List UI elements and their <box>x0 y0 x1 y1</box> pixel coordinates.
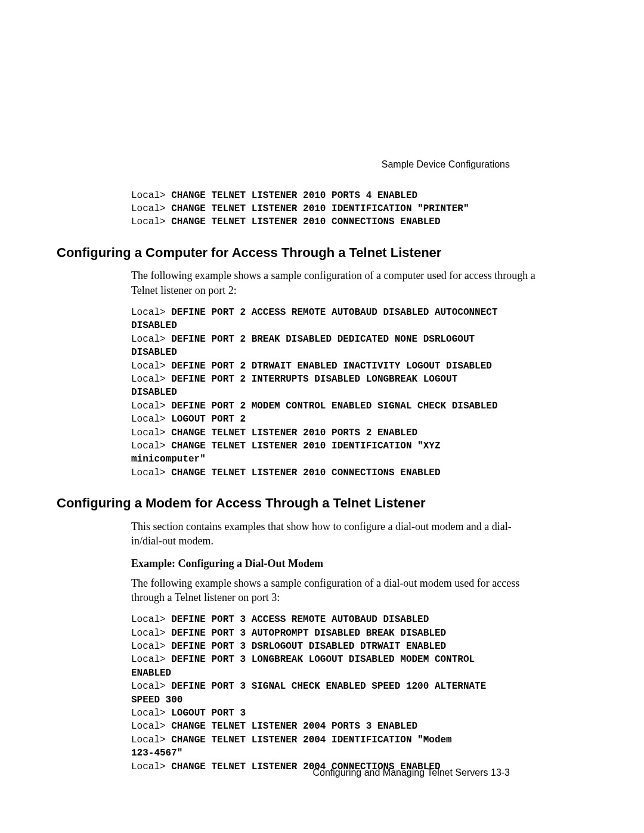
prompt: Local> <box>131 654 171 665</box>
cmd: DEFINE PORT 3 SIGNAL CHECK ENABLED SPEED… <box>171 681 486 692</box>
cmd: DISABLED <box>131 387 177 398</box>
cmd: DISABLED <box>131 347 177 358</box>
cmd: CHANGE TELNET LISTENER 2004 IDENTIFICATI… <box>171 735 451 745</box>
cmd: minicomputer" <box>131 454 206 465</box>
section2-subintro: The following example shows a sample con… <box>57 576 572 605</box>
prompt: Local> <box>131 761 171 772</box>
prompt: Local> <box>131 334 171 345</box>
cmd: DEFINE PORT 2 DTRWAIT ENABLED INACTIVITY… <box>171 361 492 371</box>
cmd: DEFINE PORT 2 INTERRUPTS DISABLED LONGBR… <box>171 374 457 385</box>
prompt: Local> <box>131 414 171 425</box>
cmd: CHANGE TELNET LISTENER 2010 IDENTIFICATI… <box>171 203 469 214</box>
page: Sample Device Configurations Local> CHAN… <box>0 0 644 833</box>
section-heading-computer: Configuring a Computer for Access Throug… <box>57 244 572 262</box>
code-block-computer: Local> DEFINE PORT 2 ACCESS REMOTE AUTOB… <box>57 306 572 479</box>
prompt: Local> <box>131 614 171 625</box>
cmd: DISABLED <box>131 320 177 331</box>
cmd: CHANGE TELNET LISTENER 2010 PORTS 2 ENAB… <box>171 428 417 438</box>
cmd: CHANGE TELNET LISTENER 2010 CONNECTIONS … <box>171 467 440 478</box>
prompt: Local> <box>131 467 171 478</box>
prompt: Local> <box>131 203 171 214</box>
running-head: Sample Device Configurations <box>57 158 572 171</box>
cmd: SPEED 300 <box>131 695 182 705</box>
prompt: Local> <box>131 361 171 371</box>
prompt: Local> <box>131 428 171 438</box>
prompt: Local> <box>131 441 171 451</box>
prompt: Local> <box>131 401 171 411</box>
cmd: DEFINE PORT 3 AUTOPROMPT DISABLED BREAK … <box>171 628 446 639</box>
cmd: DEFINE PORT 2 BREAK DISABLED DEDICATED N… <box>171 334 475 345</box>
cmd: LOGOUT PORT 2 <box>171 414 246 425</box>
cmd: CHANGE TELNET LISTENER 2010 PORTS 4 ENAB… <box>171 190 417 201</box>
cmd: DEFINE PORT 3 DSRLOGOUT DISABLED DTRWAIT… <box>171 641 446 652</box>
cmd: ENABLED <box>131 668 171 679</box>
prompt: Local> <box>131 374 171 385</box>
prompt: Local> <box>131 721 171 732</box>
page-footer: Configuring and Managing Telnet Servers … <box>312 766 510 779</box>
cmd: CHANGE TELNET LISTENER 2010 CONNECTIONS … <box>171 216 440 227</box>
prompt: Local> <box>131 190 171 201</box>
section1-intro: The following example shows a sample con… <box>57 268 572 298</box>
code-block-printer: Local> CHANGE TELNET LISTENER 2010 PORTS… <box>57 189 572 229</box>
cmd: CHANGE TELNET LISTENER 2004 PORTS 3 ENAB… <box>171 721 417 732</box>
cmd: 123-4567" <box>131 748 182 758</box>
section2-intro: This section contains examples that show… <box>57 519 572 549</box>
prompt: Local> <box>131 708 171 719</box>
prompt: Local> <box>131 628 171 639</box>
cmd: CHANGE TELNET LISTENER 2010 IDENTIFICATI… <box>171 441 440 451</box>
prompt: Local> <box>131 735 171 745</box>
section-heading-modem: Configuring a Modem for Access Through a… <box>57 494 572 512</box>
prompt: Local> <box>131 307 171 318</box>
cmd: DEFINE PORT 2 ACCESS REMOTE AUTOBAUD DIS… <box>171 307 497 318</box>
cmd: DEFINE PORT 3 LONGBREAK LOGOUT DISABLED … <box>171 654 475 665</box>
prompt: Local> <box>131 216 171 227</box>
cmd: DEFINE PORT 3 ACCESS REMOTE AUTOBAUD DIS… <box>171 614 429 625</box>
cmd: DEFINE PORT 2 MODEM CONTROL ENABLED SIGN… <box>171 401 497 411</box>
prompt: Local> <box>131 641 171 652</box>
code-block-modem: Local> DEFINE PORT 3 ACCESS REMOTE AUTOB… <box>57 613 572 773</box>
prompt: Local> <box>131 681 171 692</box>
example-subhead: Example: Configuring a Dial-Out Modem <box>57 556 572 571</box>
cmd: LOGOUT PORT 3 <box>171 708 246 719</box>
